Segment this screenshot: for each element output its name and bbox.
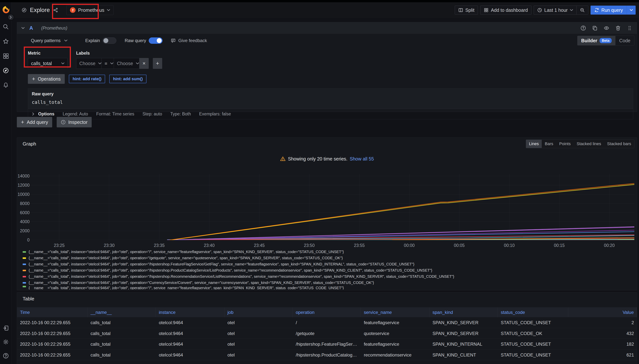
legend-item[interactable]: {__name__="calls_total", instance="otelc… <box>23 286 635 290</box>
settings-gear-icon[interactable] <box>3 339 9 345</box>
run-query-dropdown[interactable] <box>627 6 636 14</box>
table-cell: STATUS_CODE_UNSET <box>498 350 568 360</box>
graph-mode-points[interactable]: Points <box>556 140 574 148</box>
hint-add-sum-button[interactable]: hint: add sum() <box>109 75 146 83</box>
info-circle-icon <box>61 120 66 124</box>
table-cell: calls_total <box>88 360 156 364</box>
sign-in-icon[interactable] <box>3 325 9 331</box>
table-cell: 2 <box>568 317 637 328</box>
column-header-job[interactable]: job <box>224 307 293 317</box>
give-feedback-link[interactable]: Give feedback <box>171 38 207 43</box>
table-cell: / <box>293 317 361 328</box>
chevron-down-icon <box>64 40 67 42</box>
graph-mode-stacked-lines[interactable]: Stacked lines <box>574 140 604 148</box>
share-icon[interactable] <box>53 8 58 12</box>
query-patterns-dropdown[interactable]: Query patterns <box>31 38 67 43</box>
top-strip <box>0 0 639 2</box>
query-header[interactable]: A (Prometheus) <box>17 22 637 34</box>
duplicate-query-icon[interactable] <box>592 25 598 31</box>
legend-item[interactable]: {__name__="calls_total", instance="otelc… <box>23 261 635 267</box>
column-header-statuscode[interactable]: status_code <box>498 307 568 317</box>
table-cell: calls_total <box>88 350 156 360</box>
metric-select[interactable]: calls_total <box>28 58 68 69</box>
table-cell: 2022-10-16 00:22:29.655 <box>17 360 88 364</box>
label-operator-select[interactable]: = <box>102 58 114 69</box>
help-icon[interactable] <box>3 353 9 359</box>
prometheus-icon <box>70 7 76 13</box>
legend-item[interactable]: {__name__="calls_total", instance="otelc… <box>23 274 635 280</box>
show-all-series-link[interactable]: Show all 55 <box>350 156 374 162</box>
hide-query-eye-icon[interactable] <box>604 25 609 31</box>
refresh-icon <box>594 8 599 12</box>
chevron-right-icon <box>32 112 34 116</box>
table-cell: calls_total <box>88 328 156 339</box>
legend-item[interactable]: {__name__="calls_total", instance="otelc… <box>23 249 635 255</box>
label-value-select[interactable]: Choose <box>114 58 139 69</box>
column-header-name[interactable]: __name__ <box>88 307 156 317</box>
column-header-servicename[interactable]: service_name <box>361 307 430 317</box>
legend-item[interactable]: {__name__="calls_total", instance="otelc… <box>23 267 635 274</box>
results-table: Time__name__instancejoboperationservice_… <box>17 307 637 364</box>
option-summary-item: Exemplars: false <box>199 112 231 116</box>
column-header-operation[interactable]: operation <box>293 307 361 317</box>
add-query-button[interactable]: + Add query <box>17 117 52 128</box>
query-toolbar: Query patterns Explain Raw query Give fe… <box>31 35 634 46</box>
labels-label: Labels <box>76 51 162 56</box>
legend-swatch <box>23 258 26 259</box>
grafana-logo[interactable] <box>2 6 10 14</box>
datasource-picker[interactable]: Prometheus <box>66 5 114 15</box>
sidebar-expand-button[interactable] <box>8 14 14 20</box>
table-cell: 2022-10-16 00:22:29.655 <box>17 339 88 350</box>
sidebar-nav-top <box>0 24 12 88</box>
x-axis-tick: 23:50 <box>304 243 315 248</box>
options-toggle[interactable]: Options <box>32 112 54 116</box>
label-key-select[interactable]: Choose <box>76 58 102 69</box>
graph-mode-stacked-bars[interactable]: Stacked bars <box>604 140 634 148</box>
dashboard-grid-icon <box>484 8 488 12</box>
explore-compass-icon[interactable] <box>3 68 9 74</box>
add-label-filter-button[interactable]: + <box>153 58 162 69</box>
search-icon[interactable] <box>3 24 9 30</box>
zoom-out-button[interactable] <box>576 6 588 14</box>
table-cell: SPAN_KIND_CLIENT <box>430 350 498 360</box>
chevron-down-icon <box>570 9 573 11</box>
time-series-chart[interactable] <box>29 174 634 240</box>
chevron-down-icon <box>61 62 64 64</box>
table-cell: recommendationservice <box>361 360 430 364</box>
query-editor-panel: A (Prometheus) Query patterns Explain Ra… <box>17 22 637 112</box>
legend-item[interactable]: {__name__="calls_total", instance="otelc… <box>23 280 635 286</box>
x-axis-tick: 23:35 <box>154 243 164 248</box>
add-to-dashboard-button[interactable]: Add to dashboard <box>480 6 531 14</box>
delete-query-trash-icon[interactable] <box>615 25 621 31</box>
query-help-icon[interactable] <box>580 25 586 31</box>
column-header-instance[interactable]: instance <box>156 307 224 317</box>
legend-item[interactable]: {__name__="calls_total", instance="otelc… <box>23 255 635 261</box>
drag-handle-icon[interactable] <box>627 25 632 31</box>
star-icon[interactable] <box>3 38 9 44</box>
run-query-button[interactable]: Run query <box>590 6 636 14</box>
code-mode-button[interactable]: Code <box>616 36 634 45</box>
option-summary-item: Type: Both <box>170 112 191 116</box>
hint-add-rate-button[interactable]: hint: add rate() <box>69 75 105 83</box>
raw-query-preview: Raw query calls_total <box>28 88 633 109</box>
column-header-spankind[interactable]: span_kind <box>430 307 498 317</box>
add-operation-button[interactable]: + Operations <box>28 74 65 84</box>
column-header-Time[interactable]: Time <box>17 307 88 317</box>
column-header-Value[interactable]: Value <box>568 307 637 317</box>
remove-label-filter-button[interactable]: × <box>139 58 149 69</box>
explain-toggle[interactable] <box>102 38 116 44</box>
alerting-bell-icon[interactable] <box>3 82 9 88</box>
legend-swatch <box>23 286 26 287</box>
graph-mode-lines[interactable]: Lines <box>526 140 542 148</box>
raw-query-toggle[interactable] <box>149 38 162 44</box>
time-range-button[interactable]: Last 1 hour <box>534 6 576 14</box>
dashboards-icon[interactable] <box>3 53 9 59</box>
inspector-button[interactable]: Inspector <box>57 117 92 128</box>
metric-labels-row: Metric calls_total Labels Choose = <box>28 51 637 69</box>
builder-mode-button[interactable]: Builder Beta <box>578 36 616 45</box>
table-cell: calls_total <box>88 317 156 328</box>
graph-mode-bars[interactable]: Bars <box>542 140 556 148</box>
table-row: 2022-10-16 00:22:29.655calls_totalotelco… <box>17 350 637 360</box>
table-cell: /hipstershop.RecommendationService/ListR… <box>293 360 361 364</box>
split-button[interactable]: Split <box>455 6 478 14</box>
